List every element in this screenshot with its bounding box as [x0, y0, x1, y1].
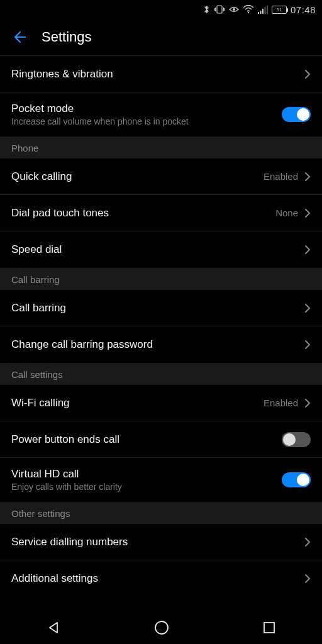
svg-rect-10 — [264, 7, 265, 14]
system-nav-bar — [0, 611, 322, 644]
svg-rect-0 — [217, 6, 222, 13]
row-change-barring-password[interactable]: Change call barring password — [0, 326, 322, 363]
row-value: Enabled — [264, 397, 298, 408]
row-label: Wi-Fi calling — [11, 397, 264, 409]
page-title: Settings — [42, 29, 92, 45]
row-label: Change call barring password — [11, 338, 304, 351]
svg-rect-13 — [264, 623, 274, 633]
vibrate-icon — [214, 5, 225, 14]
row-label: Service dialling numbers — [11, 536, 304, 548]
svg-rect-11 — [267, 6, 268, 14]
row-label: Speed dial — [11, 243, 304, 256]
row-dial-pad-tones[interactable]: Dial pad touch tones None — [0, 195, 322, 231]
row-value: Enabled — [264, 171, 298, 182]
chevron-right-icon — [304, 537, 311, 547]
chevron-right-icon — [304, 172, 311, 182]
row-subtitle: Enjoy calls with better clarity — [11, 482, 282, 492]
row-additional-settings[interactable]: Additional settings — [0, 560, 322, 597]
row-speed-dial[interactable]: Speed dial — [0, 231, 322, 268]
status-bar: 51 07:48 — [0, 0, 322, 19]
settings-list[interactable]: Ringtones & vibration Pocket mode Increa… — [0, 55, 322, 611]
chevron-right-icon — [304, 340, 311, 350]
chevron-right-icon — [304, 574, 311, 584]
svg-point-5 — [233, 8, 235, 11]
row-subtitle: Increase call volume when phone is in po… — [11, 116, 282, 126]
wifi-icon — [243, 5, 254, 14]
row-ringtones[interactable]: Ringtones & vibration — [0, 56, 322, 92]
row-label: Dial pad touch tones — [11, 207, 275, 219]
nav-back-icon[interactable] — [46, 620, 61, 635]
clock: 07:48 — [291, 4, 316, 15]
chevron-right-icon — [304, 208, 311, 218]
row-power-button-ends-call[interactable]: Power button ends call — [0, 421, 322, 458]
row-label: Call barring — [11, 302, 304, 314]
row-label: Ringtones & vibration — [11, 68, 304, 80]
svg-rect-8 — [260, 11, 261, 14]
row-label: Quick calling — [11, 170, 264, 183]
pocket-mode-toggle[interactable] — [282, 107, 311, 122]
eye-comfort-icon — [229, 6, 239, 13]
section-phone: Phone — [0, 136, 322, 158]
chevron-right-icon — [304, 69, 311, 79]
row-virtual-hd-call[interactable]: Virtual HD call Enjoy calls with better … — [0, 458, 322, 502]
virtual-hd-toggle[interactable] — [282, 472, 311, 487]
section-call-barring: Call barring — [0, 268, 322, 290]
row-label: Pocket mode — [11, 103, 282, 115]
power-button-toggle[interactable] — [282, 432, 311, 447]
svg-point-12 — [155, 621, 168, 634]
chevron-right-icon — [304, 303, 311, 313]
svg-point-6 — [248, 12, 249, 13]
app-header: Settings — [0, 19, 322, 55]
row-label: Additional settings — [11, 572, 304, 585]
row-label: Virtual HD call — [11, 468, 282, 480]
row-label: Power button ends call — [11, 433, 282, 446]
signal-icon — [258, 6, 268, 14]
row-wifi-calling[interactable]: Wi-Fi calling Enabled — [0, 385, 322, 421]
section-call-settings: Call settings — [0, 363, 322, 385]
back-icon[interactable] — [11, 30, 26, 45]
row-call-barring[interactable]: Call barring — [0, 290, 322, 326]
svg-rect-9 — [262, 9, 264, 14]
nav-recent-icon[interactable] — [262, 621, 276, 635]
row-value: None — [275, 208, 298, 218]
chevron-right-icon — [304, 398, 311, 408]
chevron-right-icon — [304, 245, 311, 255]
svg-rect-7 — [258, 12, 259, 14]
battery-icon: 51 — [272, 6, 287, 14]
section-other-settings: Other settings — [0, 502, 322, 524]
row-pocket-mode[interactable]: Pocket mode Increase call volume when ph… — [0, 92, 322, 136]
row-service-dialling[interactable]: Service dialling numbers — [0, 524, 322, 560]
nav-home-icon[interactable] — [153, 619, 170, 636]
bluetooth-icon — [203, 4, 210, 14]
row-quick-calling[interactable]: Quick calling Enabled — [0, 158, 322, 195]
